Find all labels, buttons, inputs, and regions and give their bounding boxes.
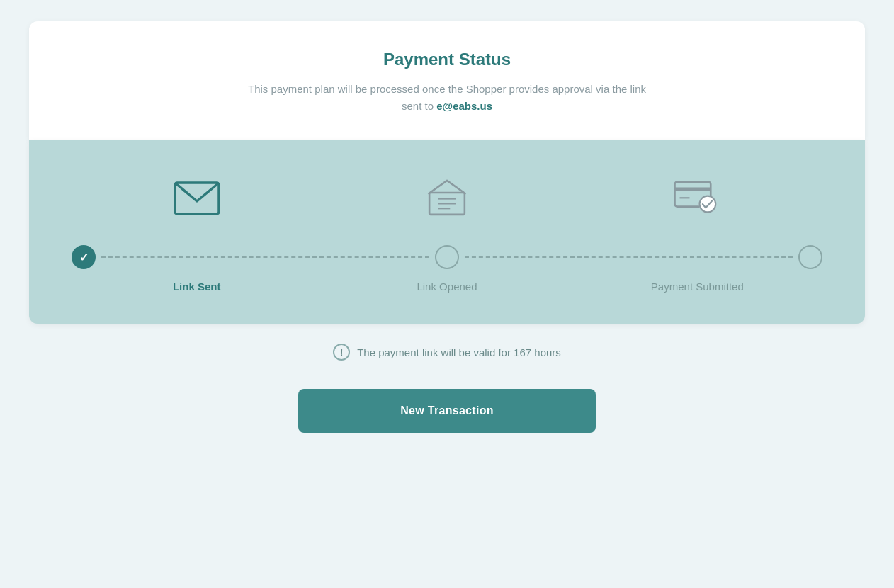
step-node-3 xyxy=(798,245,822,269)
steps-icons-row xyxy=(72,169,822,225)
step-circle-pending-2 xyxy=(798,245,822,269)
step-node-2 xyxy=(435,245,459,269)
status-card-header: Payment Status This payment plan will be… xyxy=(29,21,865,140)
subtitle-text: This payment plan will be processed once… xyxy=(72,81,822,115)
envelope-open-icon xyxy=(419,169,475,225)
steps-labels-row: Link Sent Link Opened Payment Submitted xyxy=(72,281,822,293)
step-label-3: Payment Submitted xyxy=(640,281,754,293)
email-link[interactable]: e@eabs.us xyxy=(436,100,492,112)
info-text: The payment link will be valid for 167 h… xyxy=(357,346,561,358)
info-row: ! The payment link will be valid for 167… xyxy=(29,344,865,361)
step-node-1: ✓ xyxy=(72,245,96,269)
checkmark-icon: ✓ xyxy=(79,251,89,264)
step-circle-pending-1 xyxy=(435,245,459,269)
progress-row: ✓ xyxy=(72,245,822,269)
page-title: Payment Status xyxy=(72,50,822,69)
info-icon: ! xyxy=(333,344,350,361)
step-label-1: Link Sent xyxy=(140,281,254,293)
envelope-closed-icon xyxy=(169,169,225,225)
step-circle-completed: ✓ xyxy=(72,245,96,269)
steps-card: ✓ Link Sent Link Opened Payment Submitte… xyxy=(29,140,865,324)
step-line-1 xyxy=(101,256,429,258)
credit-card-check-icon xyxy=(669,169,725,225)
new-transaction-button[interactable]: New Transaction xyxy=(298,389,596,433)
page-wrapper: Payment Status This payment plan will be… xyxy=(29,14,865,433)
step-line-2 xyxy=(465,256,793,258)
step-label-2: Link Opened xyxy=(390,281,504,293)
